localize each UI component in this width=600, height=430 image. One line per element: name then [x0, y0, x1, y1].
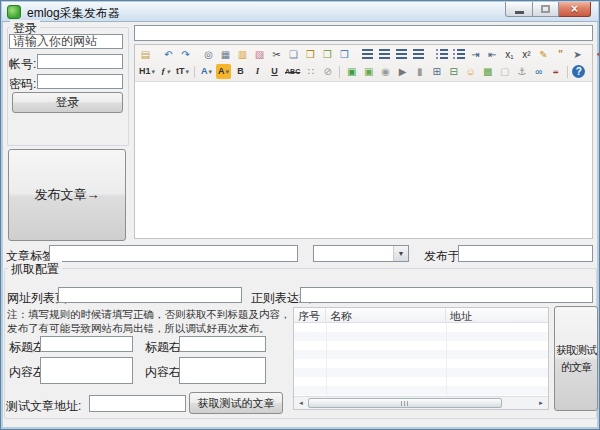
outdent-icon[interactable]: ⇤ — [485, 47, 500, 62]
unlink-icon[interactable]: ∞ — [548, 64, 563, 79]
account-input[interactable] — [37, 54, 123, 69]
scrollbar-grip-icon — [401, 401, 409, 406]
note-text: 注：填写规则的时候请填写正确，否则获取不到标题及内容，发布了有可能导致网站布局出… — [7, 307, 295, 335]
bold-button[interactable]: B — [233, 64, 248, 79]
emoticon-icon[interactable]: ☺ — [463, 64, 478, 79]
paste-text-icon[interactable]: ❒ — [320, 47, 335, 62]
close-icon: × — [571, 3, 578, 16]
content-left-input[interactable] — [40, 357, 133, 384]
get-test-article-button[interactable]: 获取测试的文章 — [189, 392, 283, 414]
format-painter-icon[interactable]: ✎ — [536, 47, 551, 62]
align-center-icon[interactable] — [377, 47, 392, 62]
login-button[interactable]: 登录 — [12, 92, 123, 113]
map-icon[interactable]: ▢ — [497, 64, 512, 79]
dropdown-caret-icon: ▾ — [167, 64, 171, 79]
gallery-icon[interactable]: ▩ — [480, 64, 495, 79]
align-right-icon[interactable] — [394, 47, 409, 62]
test-url-label: 测试文章地址: — [6, 398, 81, 415]
table-hscrollbar[interactable]: ◄ ► — [294, 396, 548, 409]
media-icon[interactable]: ▶ — [395, 64, 410, 79]
underline-button[interactable]: U — [267, 64, 282, 79]
dropdown-caret-icon: ▾ — [209, 64, 213, 79]
font-family-dropdown[interactable]: ƒ▾ — [158, 64, 173, 79]
close-button[interactable]: × — [559, 2, 591, 17]
table-icon[interactable]: ⊞ — [429, 64, 444, 79]
quote-icon[interactable]: ” — [553, 47, 568, 62]
publish-at-input[interactable] — [458, 245, 593, 262]
minimize-button[interactable] — [505, 2, 533, 17]
tags-input[interactable] — [49, 245, 298, 262]
subscript-icon[interactable]: x₁ — [502, 47, 517, 62]
ordered-list-icon[interactable] — [434, 47, 449, 62]
anchor-icon[interactable]: ⚓ — [514, 64, 529, 79]
editor-content-area[interactable] — [135, 82, 592, 238]
undo-icon[interactable]: ↶ — [161, 47, 176, 62]
image-icon[interactable]: ▣ — [344, 64, 359, 79]
preview-icon[interactable]: ◎ — [201, 47, 216, 62]
special-chars-icon[interactable]: ∷ — [303, 64, 318, 79]
toolbar-separator — [339, 66, 340, 78]
attachment-icon[interactable]: ▮ — [412, 64, 427, 79]
test-url-input[interactable] — [89, 395, 186, 412]
paste-icon[interactable]: ❒ — [303, 47, 318, 62]
source-icon[interactable]: ▤ — [138, 47, 153, 62]
paste-word-icon[interactable]: ❒ — [337, 47, 352, 62]
link-icon[interactable]: ∞ — [531, 64, 546, 79]
unordered-list-icon[interactable] — [451, 47, 466, 62]
category-dropdown[interactable]: ▼ — [313, 245, 409, 262]
list-url-input[interactable] — [58, 287, 242, 303]
redo-icon[interactable]: ↷ — [178, 47, 193, 62]
content-right-input[interactable] — [179, 357, 266, 384]
batch-image-icon[interactable]: ▣ — [361, 64, 376, 79]
app-icon — [7, 5, 21, 19]
site-url-input[interactable] — [9, 34, 123, 49]
strikethrough-button[interactable]: ABC — [284, 64, 301, 79]
column-header[interactable]: 地址 — [446, 308, 548, 322]
highlight-color-dropdown[interactable]: A▾ — [216, 64, 231, 79]
copy-icon[interactable]: ❏ — [286, 47, 301, 62]
indent-icon[interactable]: ⇥ — [468, 47, 483, 62]
toolbar-separator — [194, 66, 195, 78]
font-size-dropdown[interactable]: tT▾ — [175, 64, 190, 79]
titlebar[interactable]: emlog采集发布器 × — [2, 2, 598, 22]
text-color-dropdown[interactable]: A▾ — [199, 64, 214, 79]
fullscreen-icon[interactable]: ❖ — [593, 47, 600, 62]
code-icon[interactable]: ▨ — [252, 47, 267, 62]
column-header[interactable]: 名称 — [326, 308, 446, 322]
scroll-right-icon[interactable]: ► — [535, 398, 547, 408]
editor-toolbar: ▤↶↷◎▦▥▨✂❏❒❒❒⇥⇤x₁x²✎”➤❖ H1▾ƒ▾tT▾A▾A▾BIUAB… — [135, 45, 592, 82]
print-icon[interactable]: ▦ — [218, 47, 233, 62]
publish-article-button[interactable]: 发布文章→ — [8, 149, 126, 241]
hr-icon[interactable]: ⊟ — [446, 64, 461, 79]
account-label: 帐号: — [9, 56, 36, 73]
dropdown-caret-icon: ▾ — [152, 64, 156, 79]
title-left-input[interactable] — [40, 336, 133, 352]
regex-input[interactable] — [300, 287, 593, 303]
table-header-row: 序号名称地址 — [294, 308, 548, 323]
align-left-icon[interactable] — [360, 47, 375, 62]
flash-icon[interactable]: ◉ — [378, 64, 393, 79]
toolbar-separator — [567, 66, 568, 78]
get-test-article-side-button[interactable]: 获取测试的文章 — [554, 306, 598, 411]
scrollbar-thumb[interactable] — [308, 398, 502, 408]
column-header[interactable]: 序号 — [294, 308, 326, 322]
italic-button[interactable]: I — [250, 64, 265, 79]
remove-format-icon[interactable]: ⊘ — [320, 64, 335, 79]
table-body[interactable] — [294, 323, 548, 396]
heading-dropdown[interactable]: H1▾ — [138, 64, 156, 79]
rich-text-editor: ▤↶↷◎▦▥▨✂❏❒❒❒⇥⇤x₁x²✎”➤❖ H1▾ƒ▾tT▾A▾A▾BIUAB… — [134, 44, 593, 239]
template-icon[interactable]: ▥ — [235, 47, 250, 62]
app-window: emlog采集发布器 × 登录 帐号: 密码: 登录 发布文章→ ▤↶↷◎▦▥▨… — [0, 0, 600, 430]
category-dropdown-value — [314, 249, 317, 263]
select-all-icon[interactable]: ➤ — [570, 47, 585, 62]
scroll-left-icon[interactable]: ◄ — [295, 398, 307, 408]
help-icon[interactable]: ? — [572, 65, 585, 78]
maximize-button[interactable] — [533, 2, 559, 17]
cut-icon[interactable]: ✂ — [269, 47, 284, 62]
password-input[interactable] — [37, 74, 123, 89]
article-title-input[interactable] — [134, 25, 593, 41]
align-justify-icon[interactable] — [411, 47, 426, 62]
chevron-down-icon[interactable]: ▼ — [393, 246, 408, 261]
superscript-icon[interactable]: x² — [519, 47, 534, 62]
title-right-input[interactable] — [179, 336, 266, 352]
